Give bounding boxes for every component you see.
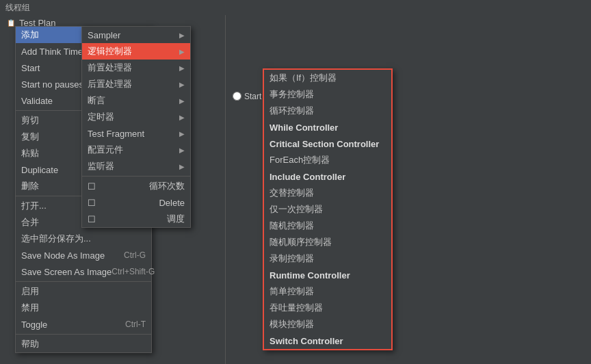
menu-item-if-controller[interactable]: 如果（If）控制器 xyxy=(264,70,391,86)
checkbox-loop: ☐ xyxy=(88,181,96,192)
menu-item-runtime-controller[interactable]: Runtime Controller xyxy=(264,267,391,283)
menu-item-random-order-controller[interactable]: 随机顺序控制器 xyxy=(264,234,391,250)
menu-item-help[interactable]: 帮助 xyxy=(16,336,151,352)
menu-item-save-selection[interactable]: 选中部分保存为... xyxy=(16,231,151,247)
menu-item-simple-controller[interactable]: 简单控制器 xyxy=(264,283,391,300)
menu-item-switch-controller[interactable]: Switch Controller xyxy=(264,333,391,349)
menu-item-test-fragment[interactable]: Test Fragment ▶ xyxy=(82,125,190,142)
menu-item-config-element[interactable]: 配置元件 ▶ xyxy=(82,142,190,158)
arrow-fragment-icon: ▶ xyxy=(179,130,185,138)
checkbox-schedule: ☐ xyxy=(88,214,96,224)
arrow-sampler-icon: ▶ xyxy=(179,31,185,39)
menu-item-post-processor[interactable]: 后置处理器 ▶ xyxy=(82,76,190,92)
menu-item-assertion[interactable]: 断言 ▶ xyxy=(82,92,190,109)
menu-item-loop-count[interactable]: ☐ 循环次数 xyxy=(82,178,190,194)
menu-item-include-controller[interactable]: Include Controller xyxy=(264,168,391,185)
top-bar-hint: 线程组 xyxy=(5,2,30,14)
menu-item-save-node-image[interactable]: Save Node As Image Ctrl-G xyxy=(16,247,151,263)
arrow-pre-icon: ▶ xyxy=(179,64,185,72)
menu-item-sampler[interactable]: Sampler ▶ xyxy=(82,27,190,43)
menu-item-recording-controller[interactable]: 录制控制器 xyxy=(264,250,391,267)
context-menu-l2-add: Sampler ▶ 逻辑控制器 ▶ 前置处理器 ▶ 后置处理器 ▶ 断言 ▶ 定… xyxy=(81,26,191,228)
arrow-timer-icon: ▶ xyxy=(179,114,185,121)
arrow-listener-icon: ▶ xyxy=(179,163,185,170)
separator-4 xyxy=(16,334,151,335)
menu-item-critical-section-controller[interactable]: Critical Section Controller xyxy=(264,135,391,152)
menu-item-delete2[interactable]: ☐ Delete xyxy=(82,194,190,211)
menu-item-logic-controller[interactable]: 逻辑控制器 ▶ xyxy=(82,43,190,60)
menu-item-module-controller[interactable]: 模块控制器 xyxy=(264,316,391,333)
menu-item-schedule[interactable]: ☐ 调度 xyxy=(82,211,190,227)
menu-item-listener[interactable]: 监听器 ▶ xyxy=(82,158,190,174)
separator-extra xyxy=(82,176,190,177)
arrow-post-icon: ▶ xyxy=(179,81,185,88)
menu-item-disable[interactable]: 禁用 xyxy=(16,300,151,316)
menu-item-enable[interactable]: 启用 xyxy=(16,283,151,300)
arrow-config-icon: ▶ xyxy=(179,146,185,154)
menu-item-pre-processor[interactable]: 前置处理器 ▶ xyxy=(82,60,190,76)
menu-item-throughput-controller[interactable]: 吞吐量控制器 xyxy=(264,300,391,316)
menu-item-while-controller[interactable]: While Controller xyxy=(264,119,391,135)
radio-start-next-input[interactable] xyxy=(233,92,241,101)
checkbox-delete: ☐ xyxy=(88,198,96,208)
top-bar: 线程组 xyxy=(0,0,591,15)
menu-item-timer[interactable]: 定时器 ▶ xyxy=(82,109,190,125)
menu-item-toggle[interactable]: Toggle Ctrl-T xyxy=(16,316,151,333)
menu-item-save-screen-image[interactable]: Save Screen As Image Ctrl+Shift-G xyxy=(16,263,151,280)
menu-item-foreach-controller[interactable]: ForEach控制器 xyxy=(264,152,391,168)
menu-item-transaction-controller[interactable]: 事务控制器 xyxy=(264,86,391,103)
arrow-logic-icon: ▶ xyxy=(179,48,185,55)
menu-item-interleave-controller[interactable]: 交替控制器 xyxy=(264,185,391,201)
separator-3 xyxy=(16,281,151,282)
context-menu-l3-logic: 如果（If）控制器 事务控制器 循环控制器 While Controller C… xyxy=(263,68,393,350)
arrow-assertion-icon: ▶ xyxy=(179,97,185,105)
menu-item-once-only-controller[interactable]: 仅一次控制器 xyxy=(264,201,391,218)
menu-item-random-controller[interactable]: 随机控制器 xyxy=(264,218,391,234)
menu-item-loop-controller[interactable]: 循环控制器 xyxy=(264,103,391,119)
